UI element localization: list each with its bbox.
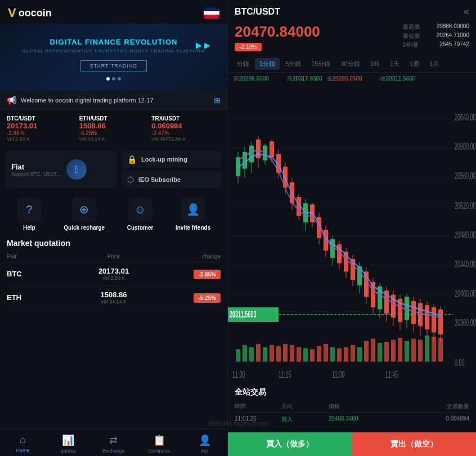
ieo-subscribe-card[interactable]: ⬡ IEO Subscribe xyxy=(122,171,222,188)
trade-direction: 買入 xyxy=(281,415,328,423)
tab-1w[interactable]: 1週 xyxy=(405,58,424,70)
stat-low-row: 最低價 20264.71000 xyxy=(403,32,469,40)
market-title: Market quotation xyxy=(7,239,221,248)
big-price: 20470.84000 xyxy=(235,23,320,41)
nav-home-label: Home xyxy=(16,448,29,453)
svg-rect-76 xyxy=(432,307,436,333)
left-panel: V oocoin ▶ ▶ DIGITAL FINANCE REVOLUTION … xyxy=(0,0,228,456)
sell-button[interactable]: 賣出（做空） xyxy=(352,432,477,456)
ticker-eth[interactable]: ETH/USDT 1508.86 -5.25% Vol 34.14 K xyxy=(79,115,149,142)
stat-24h-row: 24H量 2645.79742 xyxy=(403,41,469,49)
svg-rect-84 xyxy=(249,347,254,362)
nav-contracts[interactable]: 📋 Contracts xyxy=(136,434,182,454)
chart-header: BTC/USDT « xyxy=(228,0,476,21)
subscribe-icon: ⬡ xyxy=(127,175,134,184)
t-col-time: 時間 xyxy=(235,403,281,410)
customer-action[interactable]: ☺ Customer xyxy=(127,197,154,231)
lockup-label: Lock-up mining xyxy=(141,156,187,163)
fiat-card[interactable]: Fiat Support BTC, USDT... ₿ xyxy=(6,151,117,188)
lockup-mining-card[interactable]: 🔒 Lock-up mining xyxy=(122,151,222,168)
exchange-icon: ⇄ xyxy=(109,434,118,446)
eth-change-badge: -5.25% xyxy=(194,293,221,303)
trade-volume: 0.004894 xyxy=(399,415,469,423)
ticker-eth-change: -5.25% xyxy=(79,130,149,136)
market-row-eth[interactable]: ETH 1508.86 Vol 34.14 K -5.25% xyxy=(7,286,221,310)
tab-15min[interactable]: 15分鐘 xyxy=(307,58,335,70)
ohlc-low: 低20295.0500 xyxy=(327,75,362,87)
svg-rect-103 xyxy=(378,343,382,362)
svg-text:20520.0000: 20520.0000 xyxy=(455,200,476,211)
price-section: 20470.84000 -2.18% 最高價 20888.00000 最低價 2… xyxy=(228,21,476,56)
tab-5min[interactable]: 5分鐘 xyxy=(281,58,306,70)
svg-rect-99 xyxy=(351,345,355,362)
svg-rect-74 xyxy=(425,305,429,329)
chart-pair: BTC/USDT xyxy=(235,7,280,17)
flag-icon[interactable] xyxy=(204,7,219,19)
svg-rect-110 xyxy=(425,336,429,362)
ticker-eth-price: 1508.86 xyxy=(79,122,149,130)
price-left: 20470.84000 -2.18% xyxy=(235,23,320,51)
tab-1min[interactable]: 1分鐘 xyxy=(255,58,280,70)
price-stats: 最高價 20888.00000 最低價 20264.71000 24H量 264… xyxy=(403,23,469,51)
market-header: Pair Price change xyxy=(7,251,221,262)
svg-rect-85 xyxy=(256,344,261,362)
svg-text:20311.5600: 20311.5600 xyxy=(230,309,257,320)
invite-action[interactable]: 👤 invite friends xyxy=(176,197,210,231)
buy-button[interactable]: 買入（做多） xyxy=(228,432,352,456)
svg-rect-108 xyxy=(411,339,416,362)
ticker-trx[interactable]: TRX/USDT 0.060984 -2.47% Vol 49732.66 K xyxy=(151,115,221,142)
back-icon[interactable]: « xyxy=(464,6,469,17)
svg-rect-111 xyxy=(432,337,436,362)
h24-label: 24H量 xyxy=(403,41,419,49)
fiat-subtitle: Support BTC, USDT... xyxy=(11,171,61,177)
svg-rect-112 xyxy=(438,338,443,362)
ticker-eth-pair: ETH/USDT xyxy=(79,115,149,122)
high-label: 最高價 xyxy=(403,23,420,31)
tab-1d[interactable]: 1天 xyxy=(385,58,404,70)
ticker-btc[interactable]: BTC/USDT 20173.01 -2.85% Vol 2.93 K xyxy=(7,115,76,142)
nav-quotes[interactable]: 📊 quotes xyxy=(46,434,91,454)
help-action[interactable]: ? Help xyxy=(17,197,42,231)
svg-rect-102 xyxy=(371,339,375,362)
tab-1m[interactable]: 1月 xyxy=(425,58,443,70)
ohlc-close: 收20311.5600 xyxy=(380,75,416,87)
svg-text:20360.0000: 20360.0000 xyxy=(455,318,476,328)
svg-text:20640.0000: 20640.0000 xyxy=(455,112,476,123)
tab-1h[interactable]: 1時 xyxy=(366,58,384,70)
trading-row-1: 11:01.25 買入 20408.3400 0.004894 xyxy=(235,413,469,427)
nav-home[interactable]: ⌂ Home xyxy=(0,434,46,454)
svg-rect-83 xyxy=(243,345,247,362)
svg-rect-98 xyxy=(344,347,348,362)
announcement-text: Welcome to oocoin digital trading platfo… xyxy=(21,97,209,104)
cards-row: Fiat Support BTC, USDT... ₿ 🔒 Lock-up mi… xyxy=(0,147,227,191)
tab-30min[interactable]: 30分鐘 xyxy=(336,58,365,70)
eth-price: 1508.86 xyxy=(68,290,160,299)
quick-recharge-action[interactable]: ⊕ Quick recharge xyxy=(64,197,105,231)
svg-rect-93 xyxy=(310,349,315,361)
start-trading-button[interactable]: START TRADING xyxy=(80,60,147,71)
nav-my-label: My xyxy=(201,448,208,454)
svg-rect-88 xyxy=(276,346,281,362)
svg-rect-22 xyxy=(249,146,254,163)
banner-subtitle: GLOBAL REPRESENTATIVE ENCRYPTED MONEY TR… xyxy=(23,48,205,53)
tab-minute[interactable]: 分鐘 xyxy=(232,58,254,70)
market-row-btc[interactable]: BTC 20173.01 Vol 2.93 K -2.85% xyxy=(7,262,221,286)
svg-text:11:15: 11:15 xyxy=(279,369,291,380)
btc-coin: BTC xyxy=(7,270,68,278)
eth-coin: ETH xyxy=(7,293,68,302)
svg-rect-96 xyxy=(330,347,335,362)
svg-rect-107 xyxy=(405,341,409,361)
svg-rect-82 xyxy=(236,349,240,361)
svg-rect-28 xyxy=(270,141,274,157)
nav-my[interactable]: 👤 My xyxy=(182,434,227,454)
ohlc-open: 開20296.6000 xyxy=(233,75,269,87)
svg-rect-97 xyxy=(337,348,342,361)
chart-area: 20640.0000 20600.0000 20560.0000 20520.0… xyxy=(228,89,476,383)
svg-rect-101 xyxy=(364,341,369,361)
trade-buttons: 買入（做多） 賣出（做空） xyxy=(228,432,476,456)
stat-high-row: 最高價 20888.00000 xyxy=(403,23,469,31)
banner: ▶ ▶ DIGITAL FINANCE REVOLUTION GLOBAL RE… xyxy=(0,24,227,91)
nav-exchange[interactable]: ⇄ Exchange xyxy=(91,434,137,454)
dot-3 xyxy=(118,77,121,81)
grid-icon[interactable]: ⊞ xyxy=(214,96,221,105)
